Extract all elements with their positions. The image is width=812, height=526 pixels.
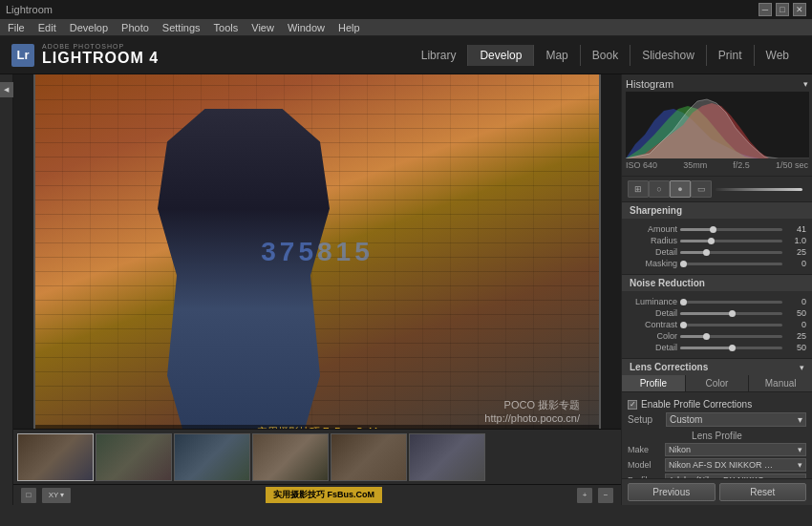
setup-select[interactable]: Custom ▾ [666,412,806,427]
sharpening-detail-value: 25 [785,247,806,257]
lens-content: ✓ Enable Profile Corrections Setup Custo… [622,392,812,478]
menu-view[interactable]: View [251,22,274,33]
tab-library[interactable]: Library [410,45,468,66]
sharpening-header[interactable]: Sharpening [622,202,812,219]
histogram-chart [626,92,809,158]
histogram-canvas [626,92,809,158]
setup-label: Setup [628,414,662,425]
nr-luminance-row: Luminance 0 [628,297,806,306]
bottom-tool-1[interactable]: □ [21,488,36,503]
maximize-button[interactable]: □ [776,3,789,16]
nr-color-label: Color [628,331,677,341]
nr-detail-label: Detail [628,308,677,318]
sharpening-amount-thumb[interactable] [710,226,716,233]
lens-tab-color[interactable]: Color [686,375,750,391]
minimize-button[interactable]: ─ [759,3,772,16]
watermark-number: 375815 [261,237,373,267]
nr-color-track[interactable] [680,335,782,338]
watermark-poco: POCO 摄影专题 http://photo.poco.cn/ [484,398,580,424]
tab-slideshow[interactable]: Slideshow [630,45,706,66]
lens-tab-manual[interactable]: Manual [749,375,812,391]
tab-web[interactable]: Web [754,45,801,66]
make-select[interactable]: Nikon ▾ [665,443,806,456]
tab-develop[interactable]: Develop [467,45,533,66]
nr-luminance-track[interactable] [680,301,782,304]
enable-profile-row: ✓ Enable Profile Corrections [628,399,806,410]
model-chevron-icon: ▾ [798,460,802,470]
tool-circle-icon[interactable]: ○ [649,180,670,198]
enable-profile-checkbox[interactable]: ✓ [628,400,637,410]
filmstrip-thumb-4[interactable] [252,433,329,481]
sharpening-content: Amount 41 Radius 1.0 Detail [622,219,812,274]
filmstrip-thumb-5[interactable] [331,433,407,481]
bottom-buttons: Previous Reset [622,478,812,505]
sharpening-amount-label: Amount [628,224,677,234]
nr-detail-track[interactable] [680,312,782,315]
nr-contrast-row: Contrast 0 [628,320,806,329]
close-button[interactable]: ✕ [793,3,806,16]
tool-slider[interactable] [716,188,802,191]
sharpening-detail-thumb[interactable] [703,249,710,256]
tab-map[interactable]: Map [533,45,579,66]
sharpening-masking-label: Masking [628,259,677,268]
noise-reduction-header[interactable]: Noise Reduction [622,275,812,291]
lens-tabs: Profile Color Manual [622,375,812,392]
center-area: 375815 POCO 摄影专题 http://photo.poco.cn/ 实… [13,74,621,505]
sharpening-masking-track[interactable] [680,263,782,265]
menu-develop[interactable]: Develop [70,22,108,33]
lens-tab-profile[interactable]: Profile [622,375,686,391]
tool-rect-icon[interactable]: ▭ [691,180,712,198]
tab-book[interactable]: Book [580,45,630,66]
histogram-expand[interactable]: ▾ [803,79,808,89]
previous-button[interactable]: Previous [628,483,716,501]
tool-circle-active-icon[interactable]: ● [670,180,691,198]
nr-contrast-track[interactable] [680,324,782,326]
filmstrip-thumb-1[interactable] [17,433,94,481]
bottom-tool-2[interactable]: XY ▾ [42,488,71,503]
nr-color-row: Color 25 [628,331,806,341]
nr-color-value: 25 [785,331,806,341]
sharpening-radius-track[interactable] [680,240,782,242]
menu-settings[interactable]: Settings [162,22,201,33]
model-select[interactable]: Nikon AF-S DX NIKKOR 35mm... ▾ [665,458,806,472]
lens-corrections-expand[interactable]: ▾ [800,363,804,372]
bottombar: □ XY ▾ 实用摄影技巧 FsBus.CoM + − [13,484,621,505]
zoom-out-icon[interactable]: − [598,488,613,503]
menu-tools[interactable]: Tools [214,22,239,33]
menu-photo[interactable]: Photo [121,22,149,33]
person-silhouette [148,109,339,430]
adobe-text: ADOBE PHOTOSHOP [42,43,159,50]
nr-color-detail-track[interactable] [680,347,782,349]
titlebar: Lightroom ─ □ ✕ [0,0,812,19]
sharpening-detail-row: Detail 25 [628,247,806,257]
lens-corrections-header[interactable]: Lens Corrections ▾ [622,359,812,375]
sharpening-amount-track[interactable] [680,228,782,231]
histogram-header: Histogram ▾ [626,78,808,90]
sharpening-detail-track[interactable] [680,251,782,254]
reset-button[interactable]: Reset [719,483,807,501]
sharpening-amount-row: Amount 41 [628,224,806,234]
hist-shutter: 1/50 sec [776,160,808,170]
sharpening-radius-thumb[interactable] [708,238,715,244]
filmstrip-thumb-2[interactable] [96,433,172,481]
lens-profile-header: Lens Profile [628,431,806,441]
sharpening-detail-label: Detail [628,247,677,257]
menu-edit[interactable]: Edit [38,22,56,33]
zoom-in-icon[interactable]: + [577,488,592,503]
lr-version-text: LIGHTROOM 4 [42,50,159,67]
filmstrip-thumb-6[interactable] [409,433,485,481]
left-panel-toggle[interactable]: ◀ [0,82,14,97]
bottom-tools-left: □ XY ▾ [21,488,71,503]
main-area: ◀ 375815 POCO 摄影专题 http://photo.poco.cn/… [0,74,812,505]
menu-window[interactable]: Window [288,22,325,33]
nr-luminance-label: Luminance [628,297,677,306]
tab-print[interactable]: Print [706,45,754,66]
filmstrip-thumb-3[interactable] [174,433,250,481]
nr-detail-value: 50 [785,308,806,318]
tool-grid-icon[interactable]: ⊞ [628,180,649,198]
nr-luminance-value: 0 [785,297,806,306]
sharpening-masking-thumb[interactable] [680,261,687,267]
menu-file[interactable]: File [8,22,25,33]
nr-color-detail-value: 50 [785,343,806,352]
menu-help[interactable]: Help [338,22,360,33]
